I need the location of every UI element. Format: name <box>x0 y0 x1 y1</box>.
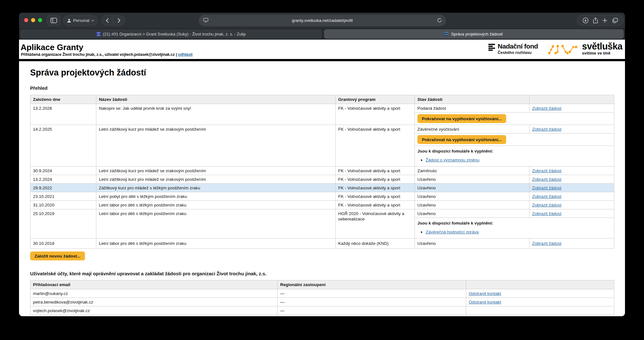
share-icon[interactable] <box>593 17 598 23</box>
cell-region: — <box>278 289 466 298</box>
continue-filling-button[interactable]: Pokračovat na vyplňování vyúčtování... <box>417 114 506 123</box>
view-application-link[interactable]: Zobrazit žádost <box>532 211 561 216</box>
view-application-link[interactable]: Zobrazit žádost <box>532 186 561 190</box>
cell-status: Uzavřeno <box>415 192 530 201</box>
sidebar-toggle-button[interactable] <box>47 15 60 26</box>
minimize-window-button[interactable] <box>31 18 35 22</box>
svetluska-title: světluška <box>582 42 622 51</box>
view-application-link[interactable]: Zobrazit žádost <box>532 106 561 111</box>
cell-name: Zážitkový kurz pro mládež s těžkým posti… <box>96 184 336 192</box>
cell-status: Uzavřeno <box>415 184 530 192</box>
view-application-link[interactable]: Zobrazit žádost <box>532 168 561 173</box>
close-window-button[interactable] <box>24 18 28 22</box>
page-title: Správa projektových žádostí <box>30 68 146 78</box>
column-header: Název žádosti <box>96 95 336 104</box>
cell-email: vojtech.polasek@zivotjinak.cz <box>30 306 278 315</box>
cell-remove: Odstranit kontakt <box>466 298 614 306</box>
cell-actions: Zobrazit žádost <box>530 167 614 175</box>
person-icon <box>67 18 71 23</box>
profile-label: Personal <box>73 18 89 23</box>
forms-list: Žádost o významnou změnu <box>426 157 611 163</box>
granty-favicon <box>445 32 449 36</box>
tab-zulip[interactable]: (21) #01 Organizacni > Grant Svetluska (… <box>20 29 322 39</box>
forward-button[interactable] <box>113 16 125 25</box>
tab-overview-icon[interactable] <box>612 18 618 23</box>
cell-date: 30.10.2018 <box>30 239 96 249</box>
nadacni-fond-logo: Nadační fond Českého rozhlasu <box>488 43 538 55</box>
cell-name: Letní tábor pro děti s těžkým postižením… <box>96 201 336 209</box>
cell-program: HGŘ 2020 - Volnočasové aktivity a sebere… <box>336 209 415 239</box>
remove-contact-link[interactable]: Odstranit kontakt <box>469 300 501 304</box>
cell-actions: Zobrazit žádost <box>530 239 614 249</box>
download-icon[interactable] <box>583 17 589 23</box>
column-header: Regionální zastoupení <box>278 280 466 289</box>
application-row: 14.2.2025Letní zážitkový kurz pro mládež… <box>30 125 614 134</box>
view-application-link[interactable]: Zobrazit žádost <box>532 127 561 132</box>
zulip-favicon <box>96 32 101 36</box>
application-row: 13.2.2026Nakopni se: Jak udělat prvník k… <box>30 104 614 113</box>
cell-name: Letní zážitkový kurz pro mládež se zrako… <box>96 125 336 167</box>
cell-date: 23.10.2021 <box>30 192 96 201</box>
cell-date: 29.9.2022 <box>30 184 96 192</box>
cell-region: — <box>278 306 466 315</box>
cell-name: Letní pobyt pro děti s těžkým postižením… <box>96 192 336 201</box>
applications-table-wrap: Založeno dneNázev žádostiGrantový progra… <box>30 95 614 249</box>
column-header: Přihlašovací email <box>30 280 278 289</box>
application-row: 23.10.2021Letní pobyt pro děti s těžkým … <box>30 192 614 201</box>
cell-program: FK - Volnočasové aktivity a sport <box>336 125 415 167</box>
toolbar-actions <box>577 15 624 26</box>
column-header: Stav žádosti <box>415 95 530 104</box>
cell-region: — <box>278 298 466 306</box>
forms-list-item: Žádost o významnou změnu <box>426 157 611 163</box>
address-bar[interactable]: granty.svetluska.net/zadatel/profil <box>199 15 446 26</box>
traffic-lights <box>24 18 42 22</box>
cell-date: 31.10.2020 <box>30 201 96 209</box>
tab-granty[interactable]: Správa projektových žádostí <box>324 29 624 39</box>
column-header: Grantový program <box>336 95 415 104</box>
svetluska-subtitle: svítíme ve tmě <box>582 51 622 56</box>
website-settings-icon[interactable] <box>203 18 209 23</box>
cell-program: FK - Volnočasové aktivity a sport <box>336 184 415 192</box>
view-application-link[interactable]: Zobrazit žádost <box>532 241 561 246</box>
cell-actions: Zobrazit žádost <box>530 184 614 192</box>
browser-toolbar: Personal granty.svetluska.net/zadatel/pr… <box>19 13 625 28</box>
applications-table: Založeno dneNázev žádostiGrantový progra… <box>30 95 614 249</box>
form-link[interactable]: Žádost o významnou změnu <box>426 158 480 162</box>
overview-heading: Přehled <box>30 85 48 91</box>
cell-program: Každý něco dokáže (KND) <box>336 239 415 249</box>
cell-continue-button: Pokračovat na vyplňování vyúčtování... <box>415 134 614 146</box>
forms-note: Jsou k dispozici fomuláře k vyplnění: <box>417 220 611 226</box>
tab-title: (21) #01 Organizacni > Grant Svetluska (… <box>103 32 246 36</box>
new-tab-icon[interactable] <box>602 18 608 23</box>
svetluska-constellation-icon <box>546 43 579 55</box>
logout-link[interactable]: odhlásit <box>178 52 192 57</box>
forms-list-item: Závěrečná hodnotící zpráva <box>426 229 611 235</box>
chevron-down-icon <box>91 20 94 22</box>
cell-remove: Odstranit kontakt <box>466 289 614 298</box>
cell-actions: Zobrazit žádost <box>530 175 614 184</box>
cell-name: Letní zážitkový kurz pro mládež se zrako… <box>96 167 336 175</box>
cell-actions: Zobrazit žádost <box>530 201 614 209</box>
application-row: 13.2.2024Letní zážitkový kurz pro mládež… <box>30 175 614 184</box>
column-header <box>466 280 614 289</box>
accounts-table: Přihlašovací emailRegionální zastoupení … <box>30 280 614 315</box>
form-link[interactable]: Závěrečná hodnotící zpráva <box>426 230 479 234</box>
cell-date: 14.2.2025 <box>30 125 96 167</box>
back-button[interactable] <box>102 16 113 25</box>
profile-switcher[interactable]: Personal <box>63 15 98 26</box>
remove-contact-link[interactable]: Odstranit kontakt <box>469 291 501 296</box>
column-header: Založeno dne <box>30 95 96 104</box>
application-row: 29.9.2022Zážitkový kurz pro mládež s těž… <box>30 184 614 192</box>
zoom-window-button[interactable] <box>38 18 42 22</box>
reload-icon[interactable] <box>437 18 442 23</box>
view-application-link[interactable]: Zobrazit žádost <box>532 203 561 207</box>
accounts-header-row: Přihlašovací emailRegionální zastoupení <box>30 280 614 289</box>
cell-program: FK - Volnočasové aktivity a sport <box>336 175 415 184</box>
new-application-button[interactable]: Založit novou žádost... <box>30 252 85 260</box>
cell-status: Závěrečné vyúčtování <box>415 125 530 134</box>
main-content: Správa projektových žádostí Přehled Zalo… <box>19 61 625 316</box>
cell-status: Uzavřeno <box>415 201 530 209</box>
view-application-link[interactable]: Zobrazit žádost <box>532 177 561 182</box>
view-application-link[interactable]: Zobrazit žádost <box>532 194 561 199</box>
continue-filling-button[interactable]: Pokračovat na vyplňování vyúčtování... <box>417 135 506 144</box>
